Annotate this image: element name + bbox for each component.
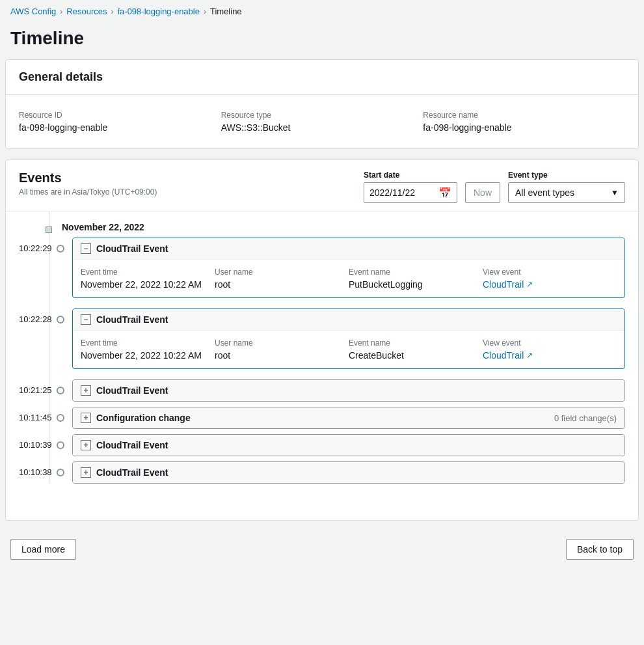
events-title-block: Events All times are in Asia/Tokyo (UTC+… <box>19 171 157 197</box>
start-date-label: Start date <box>364 171 457 180</box>
calendar-icon[interactable]: 📅 <box>438 187 451 199</box>
details-resource-type: Resource type AWS::S3::Bucket <box>221 105 423 138</box>
page-title: Timeline <box>0 23 644 59</box>
breadcrumb-resource-id[interactable]: fa-098-logging-enable <box>117 7 199 16</box>
event-content-4: + Configuration change 0 field change(s) <box>72 407 625 429</box>
event-field-name-2: Event name CreateBucket <box>349 338 483 361</box>
date-group-label: November 22, 2022 <box>62 222 144 232</box>
event-card-header-5[interactable]: + CloudTrail Event <box>73 435 624 456</box>
event-card-title-5: CloudTrail Event <box>96 440 168 450</box>
event-card-2: − CloudTrail Event Event time November 2… <box>72 309 625 369</box>
breadcrumb-aws-config[interactable]: AWS Config <box>10 7 56 16</box>
event-type-select[interactable]: All event types CloudTrail Event Configu… <box>508 182 625 203</box>
event-time-4: 10:11:45 <box>19 407 57 422</box>
event-field-name-1: Event name PutBucketLogging <box>349 268 483 290</box>
event-card-title-3: CloudTrail Event <box>96 385 168 396</box>
event-time-value-2: November 22, 2022 10:22 AM <box>81 350 215 361</box>
bottom-bar: Load more Back to top <box>0 531 644 568</box>
details-resource-name: Resource name fa-098-logging-enable <box>423 105 625 138</box>
timeline-body: November 22, 2022 10:22:29 − CloudTrail … <box>6 212 638 520</box>
timeline-row-3: 10:21:25 + CloudTrail Event <box>19 379 625 402</box>
external-link-icon-1: ↗ <box>526 280 533 289</box>
event-field-view-2: View event CloudTrail ↗ <box>483 338 617 361</box>
event-name-label-2: Event name <box>349 338 483 348</box>
event-card-4: + Configuration change 0 field change(s) <box>72 407 625 429</box>
event-username-label-1: User name <box>215 268 349 277</box>
expand-icon-3[interactable]: + <box>81 385 91 396</box>
timeline-row: 10:22:29 − CloudTrail Event Event time N… <box>19 238 625 298</box>
breadcrumb-resources[interactable]: Resources <box>66 7 107 16</box>
event-type-group: Event type All event types CloudTrail Ev… <box>508 171 625 203</box>
collapse-icon-2[interactable]: − <box>81 314 91 325</box>
timeline-dot-4 <box>57 414 64 422</box>
event-field-time-1: Event time November 22, 2022 10:22 AM <box>81 268 215 290</box>
resource-id-value: fa-098-logging-enable <box>19 122 221 133</box>
timeline-dot-6 <box>57 469 64 476</box>
resource-type-value: AWS::S3::Bucket <box>221 122 423 133</box>
event-name-label-1: Event name <box>349 268 483 277</box>
details-resource-id: Resource ID fa-098-logging-enable <box>19 105 221 138</box>
events-controls: Start date 📅 Now Event type All event ty… <box>364 171 625 203</box>
event-card-header-2[interactable]: − CloudTrail Event <box>73 309 624 330</box>
cloudtrail-link-1[interactable]: CloudTrail ↗ <box>483 279 617 290</box>
event-card-3: + CloudTrail Event <box>72 379 625 402</box>
events-title: Events <box>19 171 157 185</box>
event-card-body-2: Event time November 22, 2022 10:22 AM Us… <box>73 330 624 368</box>
field-changes-badge: 0 field change(s) <box>554 413 617 423</box>
timeline-dot-3 <box>57 387 64 394</box>
expand-icon-6[interactable]: + <box>81 467 91 478</box>
external-link-icon-2: ↗ <box>526 351 533 360</box>
timeline-dot-2 <box>57 316 64 323</box>
event-card-header-1[interactable]: − CloudTrail Event <box>73 238 624 259</box>
cloudtrail-link-2[interactable]: CloudTrail ↗ <box>483 350 617 361</box>
event-time-6: 10:10:38 <box>19 461 57 477</box>
resource-name-label: Resource name <box>423 111 625 120</box>
events-subtitle: All times are in Asia/Tokyo (UTC+09:00) <box>19 187 157 197</box>
date-separator: November 22, 2022 <box>19 212 625 238</box>
date-input-wrapper[interactable]: 📅 <box>364 182 457 203</box>
event-type-label: Event type <box>508 171 625 180</box>
view-event-label-2: View event <box>483 338 617 348</box>
event-card-header-6[interactable]: + CloudTrail Event <box>73 462 624 483</box>
events-card: Events All times are in Asia/Tokyo (UTC+… <box>5 159 639 521</box>
start-date-group: Start date 📅 <box>364 171 457 203</box>
event-username-value-2: root <box>215 350 349 361</box>
details-grid: Resource ID fa-098-logging-enable Resour… <box>19 105 625 138</box>
expand-icon-5[interactable]: + <box>81 440 91 450</box>
event-field-view-1: View event CloudTrail ↗ <box>483 268 617 290</box>
event-field-user-2: User name root <box>215 338 349 361</box>
event-name-value-1: PutBucketLogging <box>349 279 483 290</box>
event-card-title-1: CloudTrail Event <box>96 243 168 254</box>
event-card-header-4[interactable]: + Configuration change 0 field change(s) <box>73 407 624 428</box>
event-card-header-3[interactable]: + CloudTrail Event <box>73 380 624 401</box>
event-card-6: + CloudTrail Event <box>72 461 625 484</box>
event-card-1: − CloudTrail Event Event time November 2… <box>72 238 625 298</box>
event-card-body-1: Event time November 22, 2022 10:22 AM Us… <box>73 259 624 297</box>
back-to-top-button[interactable]: Back to top <box>566 539 634 560</box>
event-time-1: 10:22:29 <box>19 238 57 253</box>
breadcrumb-sep-1: › <box>60 7 62 16</box>
event-field-time-2: Event time November 22, 2022 10:22 AM <box>81 338 215 361</box>
event-content-5: + CloudTrail Event <box>72 434 625 456</box>
timeline-row-6: 10:10:38 + CloudTrail Event <box>19 461 625 484</box>
start-date-input[interactable] <box>369 187 435 198</box>
general-details-header: General details <box>6 60 638 95</box>
event-time-value-1: November 22, 2022 10:22 AM <box>81 279 215 290</box>
expand-icon-4[interactable]: + <box>81 413 91 423</box>
event-name-value-2: CreateBucket <box>349 350 483 361</box>
view-event-label-1: View event <box>483 268 617 277</box>
general-details-card: General details Resource ID fa-098-loggi… <box>5 59 639 149</box>
now-button[interactable]: Now <box>465 182 500 203</box>
event-username-value-1: root <box>215 279 349 290</box>
event-content-2: − CloudTrail Event Event time November 2… <box>72 309 625 369</box>
event-card-5: + CloudTrail Event <box>72 434 625 456</box>
timeline-dot-5 <box>57 441 64 449</box>
event-content-3: + CloudTrail Event <box>72 379 625 402</box>
event-content-6: + CloudTrail Event <box>72 461 625 484</box>
collapse-icon-1[interactable]: − <box>81 243 91 254</box>
resource-id-label: Resource ID <box>19 111 221 120</box>
load-more-button[interactable]: Load more <box>10 539 76 560</box>
breadcrumb-current: Timeline <box>210 7 242 16</box>
events-header: Events All times are in Asia/Tokyo (UTC+… <box>6 160 638 212</box>
event-time-label-f2: Event time <box>81 338 215 348</box>
